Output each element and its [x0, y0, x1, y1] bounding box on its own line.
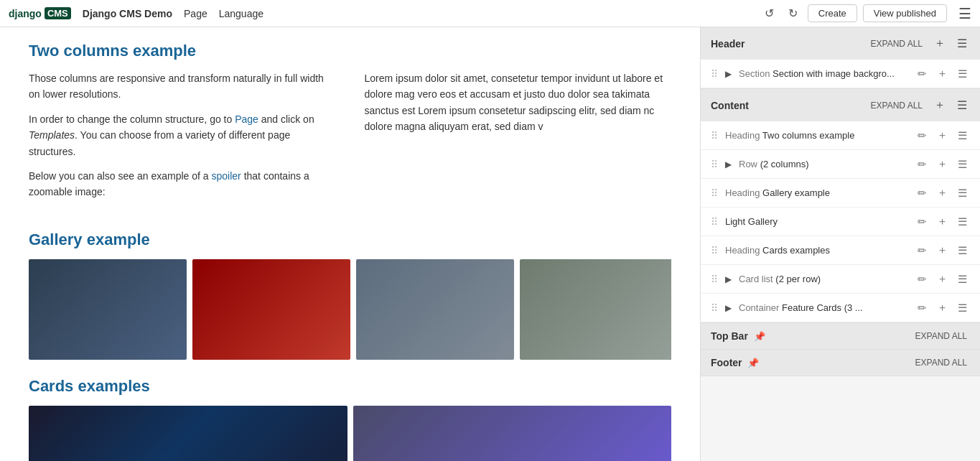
item-menu-button[interactable]: ☰ — [955, 271, 970, 287]
content-area: Two columns example Those columns are re… — [0, 27, 700, 461]
templates-em: Templates — [29, 129, 75, 141]
content-item-light-gallery: ⠿ Light Gallery ✏ ＋ ☰ — [701, 208, 980, 236]
nav-language[interactable]: Language — [219, 8, 263, 19]
content-add-icon[interactable]: ＋ — [931, 96, 948, 114]
footer-expand-all[interactable]: EXPAND ALL — [915, 358, 967, 368]
item-edit-button[interactable]: ✏ — [915, 128, 930, 144]
view-published-button[interactable]: View published — [863, 4, 947, 22]
item-edit-button[interactable]: ✏ — [915, 214, 930, 230]
item-menu-button[interactable]: ☰ — [955, 128, 970, 144]
footer-section-title: Footer 📌 — [711, 357, 910, 368]
item-edit-button[interactable]: ✏ — [915, 157, 930, 172]
section-item-label: Section Section with image backgro... — [739, 68, 910, 79]
header-panel-section: Header EXPAND ALL ＋ ☰ ⠿ ▶ Section Sectio… — [701, 27, 980, 89]
logo-django-text: django — [9, 8, 42, 19]
drag-handle-icon[interactable]: ⠿ — [711, 245, 718, 256]
card-image-2[interactable] — [353, 406, 672, 461]
hamburger-menu-icon[interactable]: ☰ — [958, 5, 971, 22]
item-menu-button[interactable]: ☰ — [955, 214, 970, 230]
item-menu-button[interactable]: ☰ — [955, 300, 970, 316]
content-section-header: Content EXPAND ALL ＋ ☰ — [701, 89, 980, 121]
item-menu-button[interactable]: ☰ — [955, 66, 970, 82]
item-add-button[interactable]: ＋ — [934, 299, 951, 316]
gallery-image-3[interactable] — [356, 259, 514, 360]
header-section-title: Header — [711, 38, 865, 50]
spoiler-link[interactable]: spoiler — [212, 170, 241, 182]
header-section-header: Header EXPAND ALL ＋ ☰ — [701, 27, 980, 60]
header-add-icon[interactable]: ＋ — [931, 34, 948, 52]
item-add-button[interactable]: ＋ — [934, 127, 951, 144]
right-panel: Header EXPAND ALL ＋ ☰ ⠿ ▶ Section Sectio… — [700, 27, 980, 461]
nav-page[interactable]: Page — [184, 8, 207, 19]
expand-arrow-icon[interactable]: ▶ — [725, 274, 732, 284]
item-add-button[interactable]: ＋ — [934, 156, 951, 172]
gallery-image-4[interactable] — [520, 259, 671, 360]
top-navigation-bar: djangoCMS Django CMS Demo Page Language … — [0, 0, 980, 27]
gallery-section: Gallery example — [29, 230, 671, 360]
item-edit-button[interactable]: ✏ — [915, 185, 930, 201]
col1-paragraph-1: Those columns are responsive and transfo… — [29, 70, 336, 103]
content-item-heading-two-columns: ⠿ Heading Two columns example ✏ ＋ ☰ — [701, 121, 980, 150]
topbar-section-header: Top Bar 📌 EXPAND ALL — [701, 323, 980, 349]
logo: djangoCMS — [9, 7, 71, 19]
item-menu-button[interactable]: ☰ — [955, 243, 970, 259]
undo-button[interactable]: ↺ — [760, 4, 778, 23]
drag-handle-icon[interactable]: ⠿ — [711, 68, 718, 80]
toolbar-icons: ↺ ↻ Create View published ☰ — [760, 4, 971, 23]
column-left: Those columns are responsive and transfo… — [29, 70, 336, 209]
container-feature-cards-label: Container Feature Cards (3 ... — [739, 302, 910, 313]
content-item-row-2-columns: ⠿ ▶ Row (2 columns) ✏ ＋ ☰ — [701, 150, 980, 179]
drag-handle-icon[interactable]: ⠿ — [711, 274, 718, 285]
footer-pin-icon: 📌 — [747, 358, 759, 368]
lorem-text: Lorem ipsum dolor sit amet, consetetur t… — [365, 70, 672, 135]
header-expand-all[interactable]: EXPAND ALL — [871, 39, 923, 49]
item-menu-button[interactable]: ☰ — [955, 185, 970, 201]
item-add-button[interactable]: ＋ — [934, 213, 951, 230]
cards-section: Cards examples — [29, 377, 671, 461]
item-edit-button[interactable]: ✏ — [915, 271, 930, 287]
light-gallery-label: Light Gallery — [725, 216, 910, 227]
header-menu-icon[interactable]: ☰ — [954, 35, 970, 52]
gallery-image-2[interactable] — [192, 259, 350, 360]
gallery-title: Gallery example — [29, 230, 671, 249]
item-add-button[interactable]: ＋ — [934, 271, 951, 287]
content-menu-icon[interactable]: ☰ — [954, 97, 970, 113]
content-item-heading-cards: ⠿ Heading Cards examples ✏ ＋ ☰ — [701, 236, 980, 265]
heading-two-columns-label: Heading Two columns example — [725, 130, 910, 141]
redo-button[interactable]: ↻ — [784, 4, 802, 23]
item-edit-button[interactable]: ✏ — [915, 300, 930, 316]
drag-handle-icon[interactable]: ⠿ — [711, 216, 718, 228]
drag-handle-icon[interactable]: ⠿ — [711, 187, 718, 199]
item-edit-button[interactable]: ✏ — [915, 66, 930, 82]
content-item-card-list: ⠿ ▶ Card list (2 per row) ✏ ＋ ☰ — [701, 265, 980, 294]
page-link[interactable]: Page — [235, 113, 258, 125]
logo-cms-badge: CMS — [45, 7, 71, 19]
footer-panel-section: Footer 📌 EXPAND ALL — [701, 350, 980, 376]
topbar-section-title: Top Bar 📌 — [711, 330, 910, 342]
gallery-image-1[interactable] — [29, 259, 187, 360]
content-expand-all[interactable]: EXPAND ALL — [871, 101, 923, 111]
item-edit-button[interactable]: ✏ — [915, 243, 930, 259]
content-item-container-feature-cards: ⠿ ▶ Container Feature Cards (3 ... ✏ ＋ ☰ — [701, 294, 980, 322]
expand-arrow-icon[interactable]: ▶ — [725, 159, 732, 169]
expand-arrow-icon[interactable]: ▶ — [725, 69, 732, 79]
drag-handle-icon[interactable]: ⠿ — [711, 159, 718, 170]
content-item-heading-gallery: ⠿ Heading Gallery example ✏ ＋ ☰ — [701, 179, 980, 208]
create-button[interactable]: Create — [808, 4, 857, 22]
item-add-button[interactable]: ＋ — [934, 65, 951, 82]
expand-arrow-icon[interactable]: ▶ — [725, 303, 732, 313]
topbar-expand-all[interactable]: EXPAND ALL — [915, 331, 967, 341]
topbar-panel-section: Top Bar 📌 EXPAND ALL — [701, 323, 980, 350]
drag-handle-icon[interactable]: ⠿ — [711, 130, 718, 141]
item-add-button[interactable]: ＋ — [934, 185, 951, 201]
card-image-1[interactable] — [29, 406, 347, 461]
footer-section-header: Footer 📌 EXPAND ALL — [701, 350, 980, 376]
row-2-columns-label: Row (2 columns) — [739, 159, 910, 169]
header-item-section: ⠿ ▶ Section Section with image backgro..… — [701, 60, 980, 88]
drag-handle-icon[interactable]: ⠿ — [711, 302, 718, 314]
column-right: Lorem ipsum dolor sit amet, consetetur t… — [365, 70, 672, 209]
site-name: Django CMS Demo — [83, 8, 172, 19]
topbar-pin-icon: 📌 — [754, 331, 765, 342]
item-menu-button[interactable]: ☰ — [955, 157, 970, 172]
item-add-button[interactable]: ＋ — [934, 242, 951, 259]
